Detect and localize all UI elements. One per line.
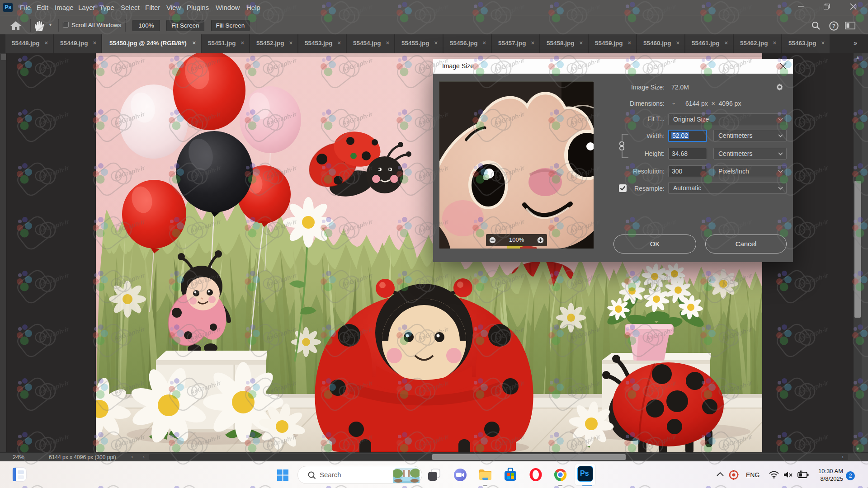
svg-text:?: ? (832, 23, 835, 29)
